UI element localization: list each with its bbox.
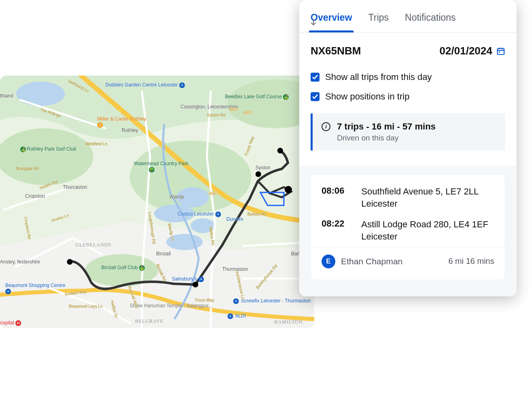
- svg-rect-14: [499, 51, 500, 52]
- driver-avatar: E: [322, 255, 335, 268]
- tab-overview[interactable]: Overview: [311, 0, 352, 32]
- info-icon: i: [322, 122, 330, 131]
- trip-start-address: Southfield Avenue 5, LE7 2LL Leicester: [361, 186, 479, 209]
- calendar-icon: [496, 47, 505, 56]
- svg-point-9: [16, 82, 65, 106]
- summary-title: 7 trips - 16 mi - 57 mins: [337, 121, 435, 132]
- tabs: Overview Trips Notifications: [299, 0, 517, 32]
- summary-subtitle: Driven on this day: [337, 134, 435, 142]
- map-canvas: [0, 76, 314, 328]
- day-summary: i 7 trips - 16 mi - 57 mins Driven on th…: [311, 113, 505, 151]
- vehicle-id: NX65NBM: [311, 45, 361, 57]
- svg-point-7: [191, 218, 215, 233]
- checkbox-show-all-trips[interactable]: Show all trips from this day: [311, 72, 505, 82]
- trip-start-time: 08:06: [322, 186, 350, 209]
- svg-point-5: [176, 187, 209, 207]
- tab-trips[interactable]: Trips: [368, 0, 388, 32]
- trip-distance-duration: 6 mi 16 mins: [448, 257, 494, 266]
- trips-list: 08:06 Southfield Avenue 5, LE7 2LL Leice…: [299, 166, 517, 296]
- checkbox-icon: [311, 92, 320, 101]
- date-picker[interactable]: 02/01/2024: [440, 45, 505, 57]
- trip-end-time: 08:22: [322, 218, 350, 242]
- tab-notifications[interactable]: Notifications: [405, 0, 456, 32]
- date-value: 02/01/2024: [440, 45, 492, 57]
- panel-header: NX65NBM 02/01/2024: [311, 45, 505, 57]
- details-panel: Overview Trips Notifications NX65NBM 02/…: [299, 0, 517, 296]
- svg-rect-10: [498, 48, 504, 54]
- svg-point-1: [0, 128, 93, 185]
- trip-card[interactable]: 08:06 Southfield Avenue 5, LE7 2LL Leice…: [311, 175, 505, 280]
- checkbox-icon: [311, 73, 320, 82]
- arrow-down-icon: [309, 18, 318, 27]
- checkbox-show-positions[interactable]: Show positions in trip: [311, 91, 505, 102]
- checkbox-label: Show positions in trip: [325, 91, 410, 102]
- driver-name: Ethan Chapman: [341, 257, 443, 266]
- trip-footer: E Ethan Chapman 6 mi 16 mins: [311, 247, 505, 276]
- checkbox-label: Show all trips from this day: [325, 72, 432, 82]
- trip-end-address: Astill Lodge Road 280, LE4 1EF Leicester: [361, 218, 488, 242]
- svg-point-8: [166, 234, 203, 250]
- svg-point-6: [154, 205, 195, 222]
- map[interactable]: Rothley thland Thurcaston Cropston Anste…: [0, 76, 314, 328]
